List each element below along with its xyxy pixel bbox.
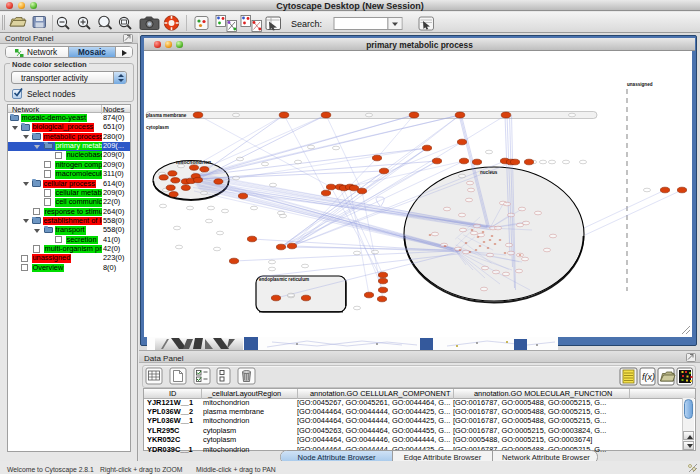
svg-text:unassigned: unassigned xyxy=(627,82,653,87)
svg-text:plasma membrane: plasma membrane xyxy=(146,113,187,118)
svg-text:nucleus: nucleus xyxy=(480,170,498,175)
svg-text:Search:: Search: xyxy=(291,19,322,29)
svg-text:f(x): f(x) xyxy=(642,372,655,382)
svg-text:cytoplasm: cytoplasm xyxy=(146,125,169,130)
svg-text:endoplasmic reticulum: endoplasmic reticulum xyxy=(259,277,309,282)
